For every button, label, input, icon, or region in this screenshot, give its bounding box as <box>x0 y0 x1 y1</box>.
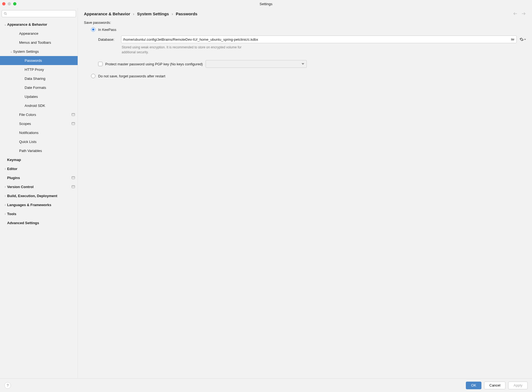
tree-item-label: Languages & Frameworks <box>7 203 75 207</box>
close-window-button[interactable] <box>2 2 5 5</box>
tree-item-system-settings[interactable]: ⌄System Settings <box>0 47 78 56</box>
radio-label: In KeePass <box>98 28 116 32</box>
database-path-input[interactable] <box>123 37 510 42</box>
settings-content: Appearance & Behavior › System Settings … <box>78 8 532 378</box>
tree-item-editor[interactable]: ›Editor <box>0 164 78 173</box>
protect-pgp-checkbox[interactable] <box>98 62 103 66</box>
chevron-right-icon <box>15 32 19 35</box>
minimize-window-button[interactable] <box>8 2 11 5</box>
tree-item-label: System Settings <box>13 49 75 54</box>
tree-item-android-sdk[interactable]: Android SDK <box>0 101 78 110</box>
breadcrumb-mid[interactable]: System Settings <box>137 11 169 16</box>
tree-item-label: Appearance & Behavior <box>7 22 75 27</box>
tree-item-notifications[interactable]: Notifications <box>0 128 78 137</box>
tree-item-scopes[interactable]: Scopes <box>0 119 78 128</box>
radio-label: Do not save, forget passwords after rest… <box>98 74 165 78</box>
tree-item-build-execution-deployment[interactable]: ›Build, Execution, Deployment <box>0 191 78 200</box>
radio-icon <box>91 74 95 78</box>
chevron-right-icon <box>15 113 19 116</box>
tree-item-label: Plugins <box>7 176 72 180</box>
cancel-button[interactable]: Cancel <box>484 382 505 389</box>
chevron-right-icon: › <box>133 11 134 16</box>
tree-item-path-variables[interactable]: Path Variables <box>0 146 78 155</box>
tree-item-passwords[interactable]: Passwords <box>0 56 78 65</box>
tree-item-http-proxy[interactable]: HTTP Proxy <box>0 65 78 74</box>
tree-item-label: Keymap <box>7 158 75 162</box>
nav-back-button[interactable] <box>513 11 518 16</box>
titlebar: Settings <box>0 0 532 8</box>
svg-point-0 <box>4 12 6 14</box>
tree-item-label: Quick Lists <box>19 140 75 144</box>
tree-item-label: Data Sharing <box>25 77 75 81</box>
project-scope-icon <box>72 185 75 189</box>
folder-open-icon[interactable] <box>510 37 515 42</box>
tree-item-date-formats[interactable]: Date Formats <box>0 83 78 92</box>
chevron-right-icon <box>21 95 25 98</box>
tree-item-tools[interactable]: ›Tools <box>0 209 78 218</box>
breadcrumb-root[interactable]: Appearance & Behavior <box>84 11 130 16</box>
tree-item-advanced-settings[interactable]: Advanced Settings <box>0 218 78 227</box>
tree-item-label: Build, Execution, Deployment <box>7 194 75 198</box>
tree-item-version-control[interactable]: ›Version Control <box>0 182 78 191</box>
apply-button[interactable]: Apply <box>508 382 528 389</box>
svg-line-1 <box>6 14 7 15</box>
tree-item-label: Updates <box>25 95 75 99</box>
settings-search-input[interactable] <box>9 12 74 16</box>
chevron-right-icon <box>21 77 25 80</box>
chevron-right-icon <box>3 176 7 179</box>
tree-item-file-colors[interactable]: File Colors <box>0 110 78 119</box>
tree-item-data-sharing[interactable]: Data Sharing <box>0 74 78 83</box>
database-path-field[interactable] <box>121 36 517 43</box>
tree-item-appearance-behavior[interactable]: ⌄Appearance & Behavior <box>0 20 78 29</box>
dialog-footer: ? OK Cancel Apply <box>0 378 532 392</box>
settings-search-box[interactable] <box>2 10 76 17</box>
chevron-right-icon <box>15 122 19 125</box>
project-scope-icon <box>72 122 75 125</box>
svg-rect-2 <box>72 113 75 116</box>
help-button[interactable]: ? <box>4 382 11 389</box>
tree-item-label: Date Formats <box>25 86 75 90</box>
chevron-down-icon: ⌄ <box>3 23 7 26</box>
tree-item-label: HTTP Proxy <box>25 68 75 72</box>
chevron-right-icon <box>21 59 25 62</box>
chevron-right-icon <box>21 68 25 71</box>
encryption-hint: Stored using weak encryption. It is reco… <box>122 45 247 55</box>
tree-item-label: Scopes <box>19 122 72 126</box>
zoom-window-button[interactable] <box>13 2 16 5</box>
breadcrumb-leaf: Passwords <box>176 11 197 16</box>
nav-forward-button[interactable] <box>521 11 526 16</box>
ok-button[interactable]: OK <box>466 382 481 389</box>
tree-item-label: Passwords <box>25 58 75 63</box>
chevron-right-icon <box>3 158 7 161</box>
tree-item-label: File Colors <box>19 113 72 117</box>
tree-item-label: Advanced Settings <box>7 221 75 225</box>
tree-item-appearance[interactable]: Appearance <box>0 29 78 38</box>
window-title: Settings <box>0 2 532 6</box>
chevron-down-icon <box>302 62 304 66</box>
tree-item-menus-and-toolbars[interactable]: Menus and Toolbars <box>0 38 78 47</box>
chevron-right-icon <box>15 140 19 143</box>
settings-sidebar: ⌄Appearance & Behavior Appearance Menus … <box>0 8 78 378</box>
chevron-right-icon <box>21 104 25 107</box>
section-label: Save passwords: <box>84 21 526 25</box>
tree-item-plugins[interactable]: Plugins <box>0 173 78 182</box>
tree-item-quick-lists[interactable]: Quick Lists <box>0 137 78 146</box>
chevron-right-icon <box>15 149 19 152</box>
settings-tree: ⌄Appearance & Behavior Appearance Menus … <box>0 19 78 378</box>
chevron-right-icon <box>15 41 19 44</box>
tree-item-languages-frameworks[interactable]: ›Languages & Frameworks <box>0 200 78 209</box>
svg-rect-4 <box>72 122 75 125</box>
database-label: Database: <box>98 37 118 42</box>
breadcrumb: Appearance & Behavior › System Settings … <box>84 11 197 16</box>
radio-in-keepass[interactable]: In KeePass <box>91 27 526 32</box>
pgp-key-combo[interactable] <box>206 60 307 68</box>
radio-do-not-save[interactable]: Do not save, forget passwords after rest… <box>91 74 526 78</box>
tree-item-updates[interactable]: Updates <box>0 92 78 101</box>
chevron-right-icon: › <box>3 185 7 188</box>
database-gear-button[interactable] <box>519 37 526 42</box>
tree-item-label: Path Variables <box>19 149 75 153</box>
chevron-right-icon: › <box>3 194 7 197</box>
tree-item-keymap[interactable]: Keymap <box>0 155 78 164</box>
tree-item-label: Menus and Toolbars <box>19 40 75 45</box>
chevron-right-icon: › <box>3 212 7 215</box>
